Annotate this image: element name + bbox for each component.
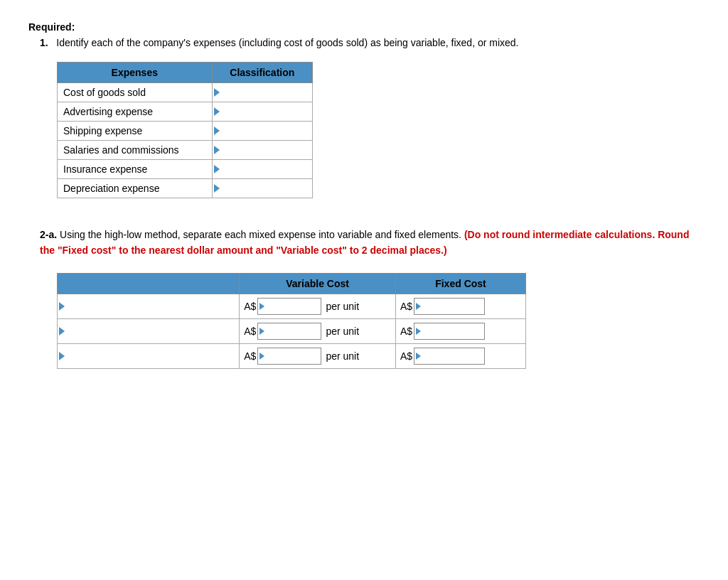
expense-label-cogs: Cost of goods sold	[58, 83, 213, 102]
classification-input-shipping[interactable]	[212, 122, 312, 141]
var-input-3[interactable]	[257, 348, 321, 365]
question1-number: 1.	[40, 37, 48, 48]
table2-wrapper: Variable Cost Fixed Cost A$ per unit A$ …	[57, 273, 700, 369]
expense-label-advertising: Advertising expense	[58, 102, 213, 122]
dropdown-arrow-shipping	[214, 127, 220, 135]
var-input-1[interactable]	[257, 298, 321, 315]
table1-wrapper: Expenses Classification Cost of goods so…	[57, 62, 700, 198]
currency-fixed-2: A$	[400, 326, 412, 337]
question1-body: Identify each of the company's expenses …	[56, 37, 518, 48]
col-header-expenses: Expenses	[58, 63, 213, 83]
currency-var-1: A$	[244, 301, 256, 312]
per-unit-3: per unit	[326, 350, 359, 362]
table-row: Insurance expense	[58, 160, 313, 179]
currency-fixed-1: A$	[400, 301, 412, 312]
classification-input-depreciation[interactable]	[212, 179, 312, 198]
expense-label-depreciation: Depreciation expense	[58, 179, 213, 198]
dropdown-arrow-depreciation	[214, 184, 220, 193]
question1-text: 1. Identify each of the company's expens…	[40, 36, 700, 50]
classification-input-insurance[interactable]	[212, 160, 312, 179]
required-heading: Required:	[28, 21, 700, 33]
dropdown-arrow-row1	[59, 302, 65, 311]
per-unit-1: per unit	[326, 301, 359, 312]
section-2a-intro: Using the high-low method, separate each…	[60, 229, 461, 240]
classification-input-cogs[interactable]	[212, 83, 312, 102]
table-row: Shipping expense	[58, 122, 313, 141]
dropdown-arrow-advertising	[214, 107, 220, 116]
classification-input-salaries[interactable]	[212, 141, 312, 160]
var-cost-td-2: A$ per unit	[240, 318, 396, 343]
var-cost-td-3: A$ per unit	[240, 343, 396, 368]
col-header-empty	[58, 273, 240, 294]
dropdown-arrow-cogs	[214, 88, 220, 97]
table-row: A$ per unit A$	[58, 343, 526, 368]
fixed-input-1[interactable]	[414, 298, 485, 315]
dropdown-arrow-row2	[59, 327, 65, 335]
fixed-input-3[interactable]	[414, 348, 485, 365]
table-row: A$ per unit A$	[58, 294, 526, 318]
var-cost-td-1: A$ per unit	[240, 294, 396, 318]
table-row: A$ per unit A$	[58, 318, 526, 343]
var-input-2[interactable]	[257, 323, 321, 340]
dropdown-arrow-salaries	[214, 146, 220, 154]
expense-label-shipping: Shipping expense	[58, 122, 213, 141]
per-unit-2: per unit	[326, 326, 359, 337]
expense-classification-table: Expenses Classification Cost of goods so…	[57, 62, 313, 198]
currency-var-3: A$	[244, 350, 256, 362]
table-row: Cost of goods sold	[58, 83, 313, 102]
col-header-classification: Classification	[212, 63, 312, 83]
currency-fixed-3: A$	[400, 350, 412, 362]
mixed-row-label-1[interactable]	[58, 294, 240, 318]
col-header-fixed-cost: Fixed Cost	[395, 273, 525, 294]
mixed-expense-table: Variable Cost Fixed Cost A$ per unit A$ …	[57, 273, 526, 369]
currency-var-2: A$	[244, 326, 256, 337]
dropdown-arrow-row3	[59, 352, 65, 360]
mixed-row-label-2[interactable]	[58, 318, 240, 343]
dropdown-arrow-insurance	[214, 165, 220, 173]
fixed-cost-td-2: A$	[395, 318, 525, 343]
classification-input-advertising[interactable]	[212, 102, 312, 122]
expense-label-salaries: Salaries and commissions	[58, 141, 213, 160]
col-header-variable-cost: Variable Cost	[240, 273, 396, 294]
fixed-input-2[interactable]	[414, 323, 485, 340]
table-row: Depreciation expense	[58, 179, 313, 198]
table-row: Salaries and commissions	[58, 141, 313, 160]
section-2a-text: 2-a. Using the high-low method, separate…	[40, 227, 700, 259]
section-2a: 2-a. Using the high-low method, separate…	[28, 227, 700, 259]
expense-label-insurance: Insurance expense	[58, 160, 213, 179]
fixed-cost-td-3: A$	[395, 343, 525, 368]
table-row: Advertising expense	[58, 102, 313, 122]
section-2a-label: 2-a.	[40, 229, 57, 240]
fixed-cost-td-1: A$	[395, 294, 525, 318]
mixed-row-label-3[interactable]	[58, 343, 240, 368]
